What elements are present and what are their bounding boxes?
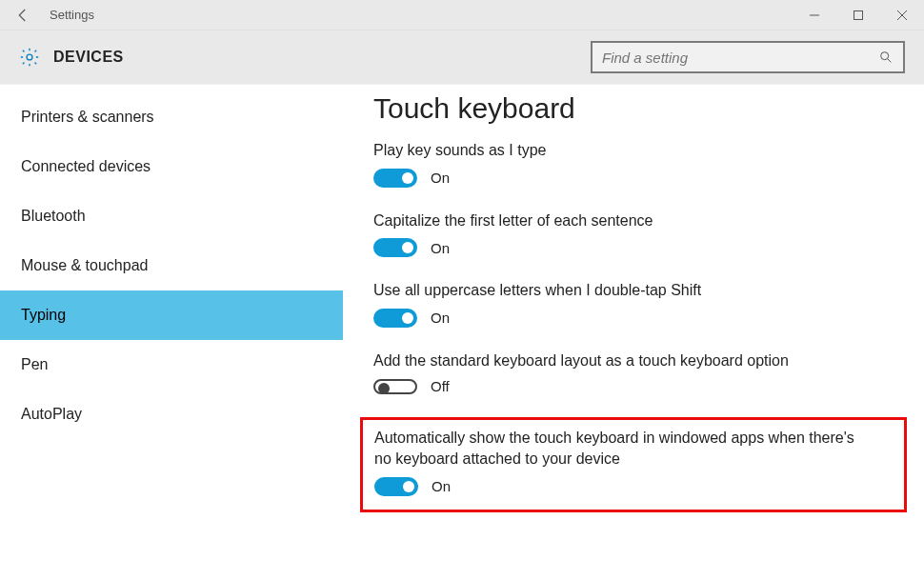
- sidebar-item-label: Printers & scanners: [21, 109, 154, 126]
- window-title: Settings: [46, 8, 94, 22]
- setting-label: Play key sounds as I type: [373, 140, 869, 161]
- setting-uppercase-double-tap-shift: Use all uppercase letters when I double-…: [373, 280, 895, 328]
- settings-window: Settings DEVICES: [0, 0, 924, 580]
- toggle-standard-keyboard-layout[interactable]: [373, 379, 417, 394]
- sidebar-item-typing[interactable]: Typing: [0, 290, 343, 340]
- search-input[interactable]: [602, 50, 878, 66]
- sidebar-item-printers-scanners[interactable]: Printers & scanners: [0, 92, 343, 142]
- sidebar-item-label: Mouse & touchpad: [21, 257, 148, 274]
- setting-standard-keyboard-layout: Add the standard keyboard layout as a to…: [373, 350, 895, 395]
- header-row: DEVICES: [0, 30, 924, 84]
- svg-line-6: [888, 59, 892, 63]
- sidebar-item-label: Pen: [21, 356, 48, 373]
- sidebar-item-mouse-touchpad[interactable]: Mouse & touchpad: [0, 241, 343, 290]
- sidebar-item-label: Bluetooth: [21, 208, 86, 225]
- gear-icon: [19, 47, 40, 68]
- sidebar-item-autoplay[interactable]: AutoPlay: [0, 390, 343, 439]
- minimize-button[interactable]: [793, 0, 836, 30]
- svg-point-4: [27, 54, 32, 60]
- section-title: Touch keyboard: [373, 92, 895, 125]
- body: Printers & scanners Connected devices Bl…: [0, 84, 924, 580]
- search-box[interactable]: [591, 41, 905, 73]
- back-button[interactable]: [0, 0, 46, 30]
- sidebar-item-pen[interactable]: Pen: [0, 340, 343, 390]
- setting-play-key-sounds: Play key sounds as I type On: [373, 140, 895, 188]
- setting-label: Automatically show the touch keyboard in…: [374, 428, 870, 469]
- content-pane: Touch keyboard Play key sounds as I type…: [343, 85, 924, 580]
- toggle-play-key-sounds[interactable]: [373, 169, 417, 188]
- sidebar-item-label: AutoPlay: [21, 406, 82, 423]
- title-bar: Settings: [0, 0, 924, 30]
- toggle-state-text: Off: [431, 378, 450, 394]
- setting-capitalize-first-letter: Capitalize the first letter of each sent…: [373, 210, 895, 258]
- sidebar: Printers & scanners Connected devices Bl…: [0, 85, 343, 580]
- toggle-auto-show-touch-keyboard[interactable]: [374, 477, 418, 496]
- toggle-state-text: On: [431, 170, 450, 186]
- toggle-capitalize-first-letter[interactable]: [373, 238, 417, 257]
- toggle-state-text: On: [431, 240, 450, 256]
- close-button[interactable]: [880, 0, 924, 30]
- svg-point-5: [881, 52, 889, 60]
- setting-label: Capitalize the first letter of each sent…: [373, 210, 869, 231]
- svg-rect-1: [854, 10, 863, 19]
- toggle-state-text: On: [432, 478, 451, 494]
- toggle-uppercase-double-tap-shift[interactable]: [373, 309, 417, 328]
- maximize-button[interactable]: [836, 0, 880, 30]
- setting-label: Use all uppercase letters when I double-…: [373, 280, 869, 301]
- sidebar-item-bluetooth[interactable]: Bluetooth: [0, 191, 343, 241]
- search-icon: [878, 50, 894, 65]
- setting-label: Add the standard keyboard layout as a to…: [373, 350, 869, 371]
- sidebar-item-label: Connected devices: [21, 158, 151, 175]
- category-title: DEVICES: [53, 49, 124, 66]
- toggle-state-text: On: [431, 310, 450, 326]
- sidebar-item-label: Typing: [21, 307, 66, 324]
- setting-auto-show-touch-keyboard: Automatically show the touch keyboard in…: [374, 428, 893, 495]
- sidebar-item-connected-devices[interactable]: Connected devices: [0, 142, 343, 191]
- highlighted-setting-box: Automatically show the touch keyboard in…: [360, 417, 907, 511]
